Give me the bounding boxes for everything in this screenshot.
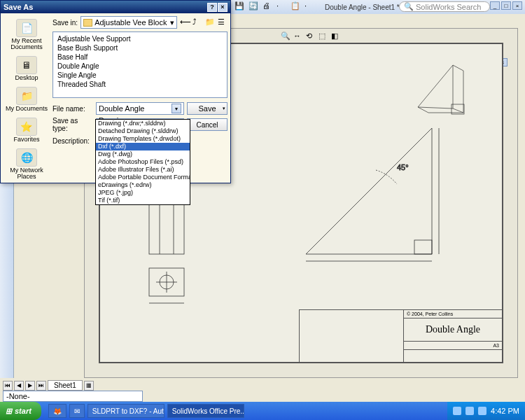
taskbar-item[interactable]: SLDPRT to DXF? - Aut... xyxy=(88,404,164,418)
dropdown-option[interactable]: Drawing Templates (*.drwdot) xyxy=(96,135,190,143)
minimize-button[interactable]: _ xyxy=(490,1,500,10)
titleblock-notes xyxy=(300,310,404,362)
dialog-titlebar[interactable]: Save As ? × xyxy=(1,1,230,13)
titleblock-size: A3 xyxy=(404,342,502,350)
search-input[interactable]: 🔍 SolidWorks Search xyxy=(399,1,490,12)
dropdown-option[interactable]: eDrawings (*.edrw) xyxy=(96,181,190,189)
places-item[interactable]: 🖥Desktop xyxy=(15,56,38,81)
document-title: Double Angle - Sheet1 * xyxy=(325,4,400,11)
place-icon: 📄 xyxy=(16,19,37,37)
dropdown-option[interactable]: Dwg (*.dwg) xyxy=(96,150,190,158)
dialog-close-button[interactable]: × xyxy=(218,3,227,12)
window-controls: _ □ × xyxy=(490,1,522,10)
svg-text:45°: 45° xyxy=(397,163,409,172)
sheet-tabs: ⏮ ◀ ▶ ⏭ Sheet1 ▦ xyxy=(3,380,94,391)
dropdown-option[interactable]: Adobe Portable Document Format (*.pdf) xyxy=(96,174,190,181)
dropdown-option[interactable]: Dxf (*.dxf) xyxy=(96,143,190,150)
maximize-button[interactable]: □ xyxy=(501,1,511,10)
svg-rect-5 xyxy=(149,198,184,254)
back-icon[interactable]: ⟵ xyxy=(180,18,190,27)
isometric-view xyxy=(411,58,474,121)
file-item[interactable]: Double Angle xyxy=(57,62,223,71)
dropdown-option[interactable]: Detached Drawing (*.slddrw) xyxy=(96,127,190,135)
places-item[interactable]: 🌐My Network Places xyxy=(4,148,50,180)
dropdown-option[interactable]: Tif (*.tif) xyxy=(96,197,190,204)
start-button[interactable]: ⊞ start xyxy=(0,402,41,420)
chevron-down-icon[interactable]: ▾ xyxy=(172,104,181,113)
taskbar: ⊞ start 🦊 ✉ SLDPRT to DXF? - Aut... Soli… xyxy=(0,402,525,420)
tab-next-button[interactable]: ▶ xyxy=(25,381,35,391)
tab-add-button[interactable]: ▦ xyxy=(84,381,94,391)
file-item[interactable]: Adjustable Vee Support xyxy=(57,34,223,43)
up-icon[interactable]: ⤴ xyxy=(192,18,202,27)
title-block: © 2004, Peter Collins Double Angle A3 xyxy=(299,309,502,362)
dropdown-option[interactable]: JPEG (*.jpg) xyxy=(96,189,190,197)
file-list[interactable]: Adjustable Vee SupportBase Bush SupportB… xyxy=(52,31,227,98)
titleblock-company: © 2004, Peter Collins xyxy=(404,310,502,318)
folder-nav-icons[interactable]: ⟵ ⤴ 📁 ☰ xyxy=(180,18,227,27)
dropdown-option[interactable]: Adobe Photoshop Files (*.psd) xyxy=(96,158,190,166)
file-item[interactable]: Threaded Shaft xyxy=(57,80,223,89)
cancel-button[interactable]: Cancel xyxy=(187,118,227,131)
tray-icon[interactable] xyxy=(478,407,486,415)
views-icon[interactable]: ☰ xyxy=(218,18,227,27)
places-item[interactable]: 📁My Documents xyxy=(6,87,48,112)
dropdown-option[interactable]: Adobe Illustrator Files (*.ai) xyxy=(96,166,190,174)
tab-prev-button[interactable]: ◀ xyxy=(14,381,24,391)
quicklaunch-icon[interactable]: ✉ xyxy=(69,404,85,418)
folder-icon xyxy=(83,19,92,27)
file-item[interactable]: Base Half xyxy=(57,52,223,62)
filename-label: File name: xyxy=(52,105,93,113)
saveastype-label: Save as type: xyxy=(52,117,93,132)
tab-last-button[interactable]: ⏭ xyxy=(36,381,46,391)
description-label: Description: xyxy=(52,137,93,145)
file-item[interactable]: Base Bush Support xyxy=(57,43,223,52)
place-icon: 🌐 xyxy=(16,148,37,167)
quick-toolbar[interactable]: 💾🔄🖨·📋· xyxy=(234,1,314,11)
titleblock-title: Double Angle xyxy=(404,318,502,342)
windows-logo-icon: ⊞ xyxy=(6,407,12,416)
dialog-help-button[interactable]: ? xyxy=(207,3,217,12)
dialog-title: Save As xyxy=(4,3,33,11)
quicklaunch-icon[interactable]: 🦊 xyxy=(48,404,66,418)
place-label: My Recent Documents xyxy=(4,38,50,50)
dropdown-option[interactable]: Drawing (*.drw;*.slddrw) xyxy=(96,120,190,127)
close-button[interactable]: × xyxy=(512,1,522,10)
tray-icon[interactable] xyxy=(465,407,474,415)
saveastype-dropdown[interactable]: Drawing (*.drw;*.slddrw)Detached Drawing… xyxy=(95,119,190,205)
savein-label: Save in: xyxy=(52,19,78,27)
taskbar-item[interactable]: SolidWorks Office Pre... xyxy=(167,404,244,418)
tab-sheet1[interactable]: Sheet1 xyxy=(48,380,83,391)
places-bar: 📄My Recent Documents🖥Desktop📁My Document… xyxy=(4,16,50,180)
view-toolbar[interactable]: 🔍↔⟲⬚◧ xyxy=(281,31,341,41)
search-icon: 🔍 xyxy=(404,2,414,11)
side-view: 45° xyxy=(292,114,446,268)
clock: 4:42 PM xyxy=(491,407,519,415)
place-icon: ⭐ xyxy=(16,118,37,136)
tray-icon[interactable] xyxy=(453,407,461,415)
svg-rect-1 xyxy=(414,240,432,254)
place-label: My Documents xyxy=(6,106,48,112)
places-item[interactable]: 📄My Recent Documents xyxy=(4,19,50,50)
orthographic-views xyxy=(142,191,268,317)
chevron-down-icon[interactable]: ▾ xyxy=(170,18,174,27)
file-item[interactable]: Single Angle xyxy=(57,71,223,80)
filename-combo[interactable]: Double Angle ▾ xyxy=(96,102,184,115)
save-button[interactable]: Save xyxy=(187,102,227,115)
savein-combo[interactable]: Adjustable Vee Block ▾ xyxy=(80,16,177,29)
places-item[interactable]: ⭐Favorites xyxy=(13,118,39,143)
place-icon: 🖥 xyxy=(16,56,37,74)
place-label: Favorites xyxy=(13,136,39,143)
save-as-dialog: Save As ? × 📄My Recent Documents🖥Desktop… xyxy=(0,0,231,183)
place-label: Desktop xyxy=(15,75,38,81)
new-folder-icon[interactable]: 📁 xyxy=(205,18,215,27)
system-tray[interactable]: 4:42 PM xyxy=(447,402,525,420)
place-label: My Network Places xyxy=(4,167,50,180)
layer-combo[interactable]: -None- xyxy=(3,391,143,402)
place-icon: 📁 xyxy=(16,87,37,105)
tab-first-button[interactable]: ⏮ xyxy=(3,381,13,391)
